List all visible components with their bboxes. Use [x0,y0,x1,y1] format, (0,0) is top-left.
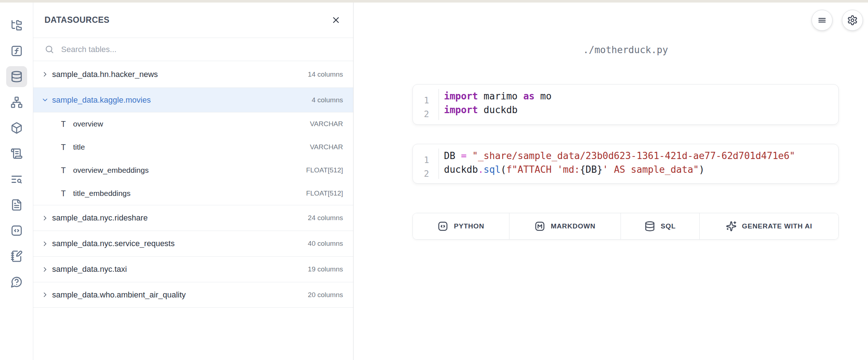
search-icon [45,44,54,54]
close-panel-button[interactable] [329,13,343,27]
notebook-filename[interactable]: ./motherduck.py [412,44,839,55]
settings-button[interactable] [842,10,863,31]
column-type: VARCHAR [310,120,343,128]
table-row-nyc-service-requests[interactable]: sample_data.nyc.service_requests 40 colu… [33,231,353,257]
column-row-title[interactable]: T title VARCHAR [33,136,353,159]
generate-with-ai-button[interactable]: GENERATE WITH AI [700,213,838,239]
column-row-overview[interactable]: T overview VARCHAR [33,112,353,136]
column-type: FLOAT[512] [306,189,343,197]
code-cell-imports: 12 import marimo as moimport duckdb [412,84,839,125]
top-accent-strip [0,0,868,3]
add-python-cell-button[interactable]: PYTHON [413,213,509,239]
table-column-count: 19 columns [308,265,343,273]
sidebar-item-packages[interactable] [6,117,27,138]
code-cell-attach-db: 12 DB = "_share/sample_data/23b0d623-136… [412,144,839,184]
table-search-row [33,38,353,61]
column-row-overview-embeddings[interactable]: T overview_embeddings FLOAT[512] [33,159,353,182]
code-snippet-icon [10,224,23,237]
marimo-notebook-app: DATASOURCES sample_data.hn.hacker_news 1… [0,0,868,360]
add-markdown-cell-button[interactable]: MARKDOWN [509,213,621,239]
line-number: 1 [413,94,429,107]
code-square-icon [437,221,448,232]
datasources-panel-header: DATASOURCES [33,3,353,38]
text-type-icon: T [59,166,68,175]
button-label: GENERATE WITH AI [742,222,812,230]
sidebar-item-documentation[interactable] [6,194,27,215]
movies-columns-group: T overview VARCHAR T title VARCHAR T ove… [33,112,353,205]
column-row-title-embeddings[interactable]: T title_embeddings FLOAT[512] [33,182,353,205]
table-column-count: 24 columns [308,214,343,222]
button-label: PYTHON [454,222,484,230]
table-name: sample_data.kaggle.movies [52,95,151,105]
scroll-icon [10,147,23,160]
text-type-icon: T [59,143,68,152]
table-column-count: 40 columns [308,240,343,248]
panel-title: DATASOURCES [45,15,110,25]
database-icon [10,70,23,83]
sidebar-item-logs[interactable] [6,143,27,164]
table-row-nyc-taxi[interactable]: sample_data.nyc.taxi 19 columns [33,257,353,282]
table-name: sample_data.who.ambient_air_quality [52,290,186,300]
add-sql-cell-button[interactable]: SQL [621,213,700,239]
column-name: title [73,143,85,151]
table-row-hacker-news[interactable]: sample_data.hn.hacker_news 14 columns [33,61,353,88]
line-number-gutter: 12 [413,89,439,120]
search-tables-input[interactable] [60,44,343,55]
database-icon [644,221,655,232]
sidebar-item-dependencies[interactable] [6,92,27,113]
line-number-gutter: 12 [413,149,439,179]
icon-sidebar [0,3,33,360]
table-column-count: 4 columns [312,96,343,104]
markdown-square-icon [534,221,545,232]
column-type: FLOAT[512] [306,166,343,174]
sidebar-item-help[interactable] [6,271,27,292]
sidebar-item-files[interactable] [6,15,27,36]
table-name: sample_data.nyc.service_requests [52,239,175,248]
code-line: import duckdb [444,103,838,117]
sidebar-item-snippets[interactable] [6,220,27,241]
column-name: title_embeddings [73,189,131,198]
log-search-icon [10,173,23,185]
help-chat-icon [10,276,23,288]
code-line: import marimo as mo [444,89,838,103]
table-column-count: 14 columns [308,70,343,78]
package-box-icon [10,122,23,134]
sidebar-item-datasources[interactable] [6,66,27,87]
gear-icon [847,15,858,26]
sidebar-item-scratchpad[interactable] [6,246,27,267]
code-editor[interactable]: DB = "_share/sample_data/23b0d623-1361-4… [439,144,838,183]
chevron-right-icon [41,291,49,299]
column-type: VARCHAR [310,143,343,151]
sidebar-item-variables[interactable] [6,40,27,61]
chevron-right-icon [41,70,49,78]
dependency-graph-icon [10,96,23,108]
code-line: duckdb.sql(f"ATTACH 'md:{DB}' AS sample_… [444,163,838,176]
scratchpad-icon [10,250,23,262]
table-row-who-ambient-air-quality[interactable]: sample_data.who.ambient_air_quality 20 c… [33,282,353,308]
code-editor[interactable]: import marimo as moimport duckdb [439,85,838,124]
table-name: sample_data.nyc.rideshare [52,213,148,223]
chevron-right-icon [41,240,49,248]
function-square-icon [10,45,23,57]
column-name: overview_embeddings [73,166,149,175]
file-tree-icon [10,19,23,31]
code-line: DB = "_share/sample_data/23b0d623-1361-4… [444,149,838,163]
line-number: 2 [413,107,429,121]
button-label: MARKDOWN [551,222,596,230]
document-icon [10,199,23,211]
chevron-right-icon [41,214,49,222]
column-name: overview [73,120,103,128]
chevron-right-icon [41,266,49,273]
table-row-kaggle-movies[interactable]: sample_data.kaggle.movies 4 columns [33,88,353,112]
sparkles-icon [726,221,737,232]
text-type-icon: T [59,120,68,129]
line-number: 2 [413,167,429,181]
table-name: sample_data.hn.hacker_news [52,70,158,79]
sidebar-item-tracebacks[interactable] [6,169,27,190]
datasources-panel: DATASOURCES sample_data.hn.hacker_news 1… [33,3,353,360]
table-row-nyc-rideshare[interactable]: sample_data.nyc.rideshare 24 columns [33,205,353,231]
add-cell-toolbar: PYTHON MARKDOWN SQL GENERATE WITH AI [412,213,839,240]
notebook-menu-button[interactable] [812,10,833,31]
table-name: sample_data.nyc.taxi [52,265,127,274]
hamburger-menu-icon [817,15,827,26]
